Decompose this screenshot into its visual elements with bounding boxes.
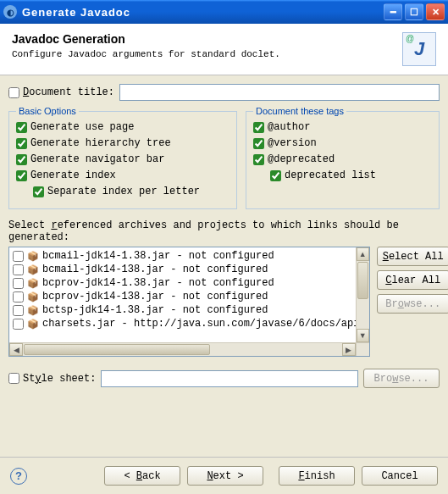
basic-option-label: Generate navigator bar <box>30 153 164 165</box>
browse-stylesheet-button: Browse... <box>363 369 440 388</box>
basic-option-1[interactable]: Generate hierarchy tree <box>16 137 230 149</box>
tag-option-label: @deprecated <box>268 153 335 165</box>
basic-option-3[interactable]: Generate index <box>16 169 230 181</box>
scroll-down-icon[interactable]: ▼ <box>357 329 369 342</box>
reference-item[interactable]: 📦bcmail-jdk14-138.jar - not configured <box>9 263 369 276</box>
dialog-header: Javadoc Generation Configure Javadoc arg… <box>0 24 448 75</box>
scroll-left-icon[interactable]: ◀ <box>9 343 23 356</box>
finish-button[interactable]: Finish <box>279 466 355 486</box>
reference-text: bcprov-jdk14-138.jar - not configured <box>42 291 268 303</box>
reference-item[interactable]: 📦bcmail-jdk14-1.38.jar - not configured <box>9 249 369 263</box>
basic-option-0[interactable]: Generate use page <box>16 121 230 133</box>
basic-options-legend: Basic Options <box>16 106 79 116</box>
jar-icon: 📦 <box>27 250 39 262</box>
reference-checkbox[interactable] <box>13 251 24 262</box>
tag-option-0[interactable]: @author <box>253 121 432 133</box>
reference-checkbox[interactable] <box>13 319 24 330</box>
jar-icon: 📦 <box>27 291 39 303</box>
basic-option-label: Generate use page <box>30 121 134 133</box>
basic-options-group: Basic Options Generate use pageGenerate … <box>8 106 237 209</box>
stylesheet-checkbox[interactable]: Style sheet: <box>8 373 96 385</box>
basic-option-4[interactable]: Separate index per letter <box>33 186 230 197</box>
reference-item[interactable]: 📦bcprov-jdk14-138.jar - not configured <box>9 290 369 303</box>
document-tags-legend: Document these tags <box>253 106 346 116</box>
scroll-corner <box>356 342 369 356</box>
page-description: Configure Javadoc arguments for standard… <box>12 49 402 59</box>
tag-option-2[interactable]: @deprecated <box>253 153 432 165</box>
jar-icon: 📦 <box>27 318 39 330</box>
close-button[interactable]: ✕ <box>426 3 445 20</box>
jar-icon: 📦 <box>27 304 39 316</box>
javadoc-icon: J <box>402 32 436 66</box>
reference-checkbox[interactable] <box>13 264 24 275</box>
basic-option-label: Separate index per letter <box>47 186 200 197</box>
document-title-checkbox[interactable]: Document title: <box>8 86 114 98</box>
back-button[interactable]: < Back <box>104 466 180 486</box>
vertical-scrollbar[interactable]: ▲ ▼ <box>356 247 369 342</box>
scroll-thumb-h[interactable] <box>24 344 210 355</box>
app-icon: ◐ <box>3 5 17 19</box>
reference-text: bcmail-jdk14-1.38.jar - not configured <box>42 250 274 262</box>
titlebar: ◐ Generate Javadoc ━ ☐ ✕ <box>0 0 448 24</box>
document-tags-group: Document these tags @author@version@depr… <box>246 106 440 209</box>
help-button[interactable]: ? <box>10 468 27 485</box>
stylesheet-input[interactable] <box>101 370 358 387</box>
clear-all-button[interactable]: Clear All <box>377 270 448 290</box>
maximize-button[interactable]: ☐ <box>405 3 423 20</box>
reference-text: bcprov-jdk14-1.38.jar - not configured <box>42 277 274 289</box>
reference-text: bcmail-jdk14-138.jar - not configured <box>42 264 268 275</box>
tag-option-1[interactable]: @version <box>253 137 432 149</box>
jar-icon: 📦 <box>27 264 39 275</box>
tag-option-label: deprecated list <box>285 169 376 181</box>
select-all-button[interactable]: Select All <box>377 247 448 266</box>
reference-text: bctsp-jdk14-1.38.jar - not configured <box>42 304 268 316</box>
document-title-input[interactable] <box>119 84 440 101</box>
reference-item[interactable]: 📦charsets.jar - http://java.sun.com/java… <box>9 317 369 330</box>
dialog-footer: ? < Back Next > Finish Cancel <box>0 457 448 494</box>
window-title: Generate Javadoc <box>22 6 384 19</box>
scroll-thumb[interactable] <box>357 262 368 299</box>
cancel-button[interactable]: Cancel <box>362 466 438 486</box>
reference-checkbox[interactable] <box>13 291 24 303</box>
basic-option-label: Generate hierarchy tree <box>30 137 171 149</box>
horizontal-scrollbar[interactable]: ◀ ▶ <box>9 342 356 356</box>
minimize-button[interactable]: ━ <box>384 3 402 20</box>
scroll-right-icon[interactable]: ▶ <box>342 343 356 356</box>
tag-option-label: @version <box>268 137 317 149</box>
references-listbox[interactable]: 📦bcmail-jdk14-1.38.jar - not configured📦… <box>8 247 370 357</box>
tag-option-label: @author <box>268 121 310 133</box>
reference-checkbox[interactable] <box>13 305 24 316</box>
tag-option-3[interactable]: deprecated list <box>270 169 432 181</box>
reference-text: charsets.jar - http://java.sun.com/javas… <box>42 318 366 330</box>
basic-option-2[interactable]: Generate navigator bar <box>16 153 230 165</box>
reference-checkbox[interactable] <box>13 278 24 289</box>
scroll-up-icon[interactable]: ▲ <box>357 247 369 261</box>
next-button[interactable]: Next > <box>187 466 263 486</box>
reference-item[interactable]: 📦bctsp-jdk14-1.38.jar - not configured <box>9 303 369 317</box>
browse-references-button: Browse... <box>377 294 448 314</box>
references-label: Select referenced archives and projects … <box>8 219 440 243</box>
page-title: Javadoc Generation <box>12 32 402 46</box>
jar-icon: 📦 <box>27 277 39 289</box>
basic-option-label: Generate index <box>30 169 116 181</box>
reference-item[interactable]: 📦bcprov-jdk14-1.38.jar - not configured <box>9 276 369 290</box>
